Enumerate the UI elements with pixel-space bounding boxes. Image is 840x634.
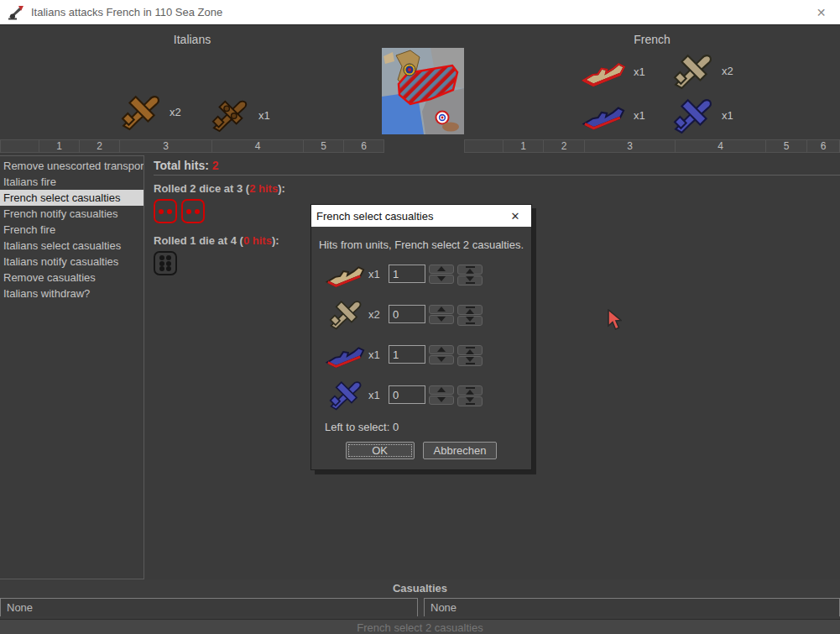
attacker-casualties-list: None bbox=[0, 598, 418, 616]
dialog-title: French select casualties bbox=[316, 210, 433, 223]
defender-unit-fighter-blue: x1 bbox=[670, 95, 733, 135]
unit-count: x1 bbox=[368, 389, 385, 401]
italian-fighter-icon bbox=[118, 92, 164, 132]
casualties-section: Casualties None None bbox=[0, 579, 840, 618]
battle-map-thumbnail bbox=[382, 48, 464, 134]
spinner-max bbox=[457, 385, 483, 405]
casualty-row-cruiser: x1 bbox=[325, 337, 531, 372]
spinner-step bbox=[429, 345, 454, 364]
ok-button[interactable]: OK bbox=[346, 442, 415, 459]
spinner-max-button[interactable] bbox=[457, 345, 483, 355]
spinner-min-button[interactable] bbox=[457, 356, 483, 366]
step-item[interactable]: Italians select casualties bbox=[0, 238, 143, 254]
spinner-down-button[interactable] bbox=[429, 355, 454, 364]
casualties-panels: None None bbox=[0, 598, 840, 617]
spinner-min-button[interactable] bbox=[457, 396, 483, 406]
unit-count: x1 bbox=[722, 109, 733, 122]
step-item-selected[interactable]: French select casualties bbox=[0, 190, 143, 206]
spinner-down-button[interactable] bbox=[429, 315, 454, 324]
casualties-header: Casualties bbox=[0, 579, 840, 598]
roll-line-1: Rolled 2 dice at 3 (2 hits): bbox=[154, 182, 840, 195]
unit-count: x1 bbox=[368, 348, 385, 361]
casualty-count-input[interactable] bbox=[389, 265, 425, 283]
french-cruiser-icon bbox=[325, 338, 367, 371]
window-title: Italians attacks French in 110 Sea Zone bbox=[31, 6, 222, 18]
title-bar: Italians attacks French in 110 Sea Zone … bbox=[0, 0, 840, 25]
total-hits-separator bbox=[154, 175, 840, 176]
dice-column-label: 4 bbox=[212, 139, 304, 153]
dice-column-label: 2 bbox=[80, 139, 120, 153]
step-item[interactable]: French notify casualties bbox=[0, 206, 143, 222]
defender-unit-battleship: x1 bbox=[581, 53, 645, 90]
spinner-step bbox=[429, 305, 454, 324]
spinner-up-button[interactable] bbox=[429, 345, 454, 354]
casualty-count-input[interactable] bbox=[389, 385, 425, 404]
total-hits-label: Total hits: bbox=[154, 159, 209, 172]
spinner-up-button[interactable] bbox=[429, 305, 454, 314]
spinner-max-button[interactable] bbox=[457, 305, 483, 315]
unit-count: x2 bbox=[170, 106, 181, 118]
dialog-title-bar: French select casualties ✕ bbox=[311, 205, 531, 227]
dice-column-label bbox=[464, 139, 503, 153]
french-blue-fighter-icon bbox=[325, 378, 367, 411]
dice-column-label: 3 bbox=[120, 139, 212, 153]
step-item[interactable]: Remove casualties bbox=[0, 270, 143, 286]
dialog-close-icon[interactable]: ✕ bbox=[499, 205, 531, 227]
spinner-step bbox=[429, 265, 454, 284]
spinner-max bbox=[457, 345, 483, 364]
step-item[interactable]: Italians withdraw? bbox=[0, 286, 143, 301]
spinner-step bbox=[429, 385, 454, 405]
unit-count: x2 bbox=[368, 308, 385, 321]
spinner-down-button[interactable] bbox=[429, 275, 454, 284]
step-item[interactable]: French fire bbox=[0, 222, 143, 238]
attacker-dice-strip: 1 2 3 4 5 6 bbox=[0, 139, 384, 153]
spinner-max bbox=[457, 265, 483, 284]
french-fighter-icon bbox=[325, 297, 367, 331]
unit-count: x1 bbox=[634, 65, 645, 78]
cancel-button[interactable]: Abbrechen bbox=[423, 442, 498, 459]
casualty-count-input[interactable] bbox=[389, 305, 425, 323]
dialog-body: Hits from units, French select 2 casualt… bbox=[311, 238, 531, 469]
select-casualties-dialog: French select casualties ✕ Hits from uni… bbox=[310, 204, 532, 470]
mouse-cursor-icon bbox=[607, 309, 622, 332]
casualty-row-fighter: x2 bbox=[325, 296, 531, 332]
dice-column-label: 1 bbox=[39, 139, 80, 153]
casualty-row-battleship: x1 bbox=[325, 256, 531, 291]
french-fighter-icon bbox=[670, 50, 716, 91]
spinner-min-button[interactable] bbox=[457, 316, 483, 326]
dice-column-label: 1 bbox=[503, 139, 544, 153]
step-item[interactable]: Italians fire bbox=[0, 174, 143, 190]
attacker-unit-fighter: x2 bbox=[118, 92, 181, 132]
spinner-max-button[interactable] bbox=[457, 385, 483, 396]
dice-column-label: 5 bbox=[304, 139, 344, 153]
spinner-max-button[interactable] bbox=[457, 265, 483, 275]
spinner-down-button[interactable] bbox=[429, 396, 454, 405]
casualty-count-input[interactable] bbox=[389, 345, 425, 364]
spinner-min-button[interactable] bbox=[457, 275, 483, 286]
dice-column-label: 6 bbox=[344, 139, 384, 153]
spinner-up-button[interactable] bbox=[429, 385, 454, 395]
defender-unit-cruiser: x1 bbox=[581, 97, 645, 133]
total-hits-value: 2 bbox=[212, 159, 219, 172]
defender-dice-strip: 1 2 3 4 5 6 bbox=[464, 139, 840, 153]
step-item[interactable]: Remove unescorted transports bbox=[0, 158, 143, 174]
status-text: French select 2 casualties bbox=[357, 621, 483, 634]
spinner-up-button[interactable] bbox=[429, 265, 454, 274]
step-item[interactable]: Italians notify casualties bbox=[0, 254, 143, 270]
defender-casualties-list: None bbox=[424, 598, 840, 616]
dice-column-label: 5 bbox=[766, 139, 807, 153]
french-blue-fighter-icon bbox=[670, 95, 716, 135]
dice-column-label: 6 bbox=[807, 139, 840, 153]
attacker-unit-tactical-bomber: x1 bbox=[207, 97, 270, 134]
dice-column-label bbox=[0, 139, 39, 153]
app-icon bbox=[8, 5, 24, 20]
dialog-buttons: OK Abbrechen bbox=[311, 442, 531, 459]
die-red-2 bbox=[154, 199, 177, 223]
battle-window: Italians attacks French in 110 Sea Zone … bbox=[0, 0, 840, 634]
battle-steps-list: Remove unescorted transports Italians fi… bbox=[0, 155, 144, 579]
unit-count: x2 bbox=[722, 65, 733, 77]
attacker-name: Italians bbox=[0, 33, 384, 46]
unit-count: x1 bbox=[634, 109, 645, 122]
window-close-icon[interactable]: ✕ bbox=[802, 0, 840, 24]
dice-column-label: 3 bbox=[585, 139, 676, 153]
